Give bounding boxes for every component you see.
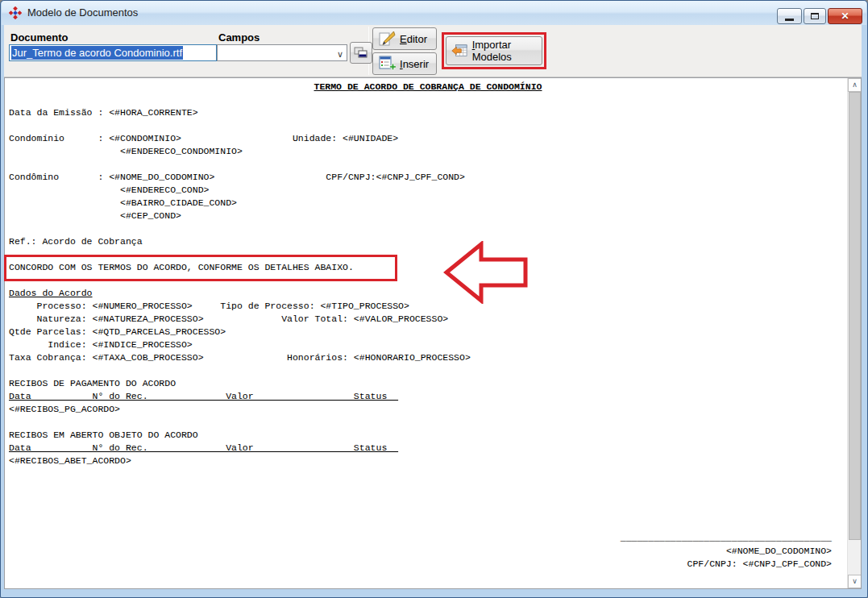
doc-line: RECIBOS EM ABERTO OBJETO DO ACORDO [9,429,847,442]
importar-annotation-box: Importar Modelos [442,32,546,69]
doc-line: Dados do Acordo [9,287,847,300]
editor-button-label: Editor [400,33,427,45]
app-window: Modelo de Documentos ✕ Documento Jur_Ter… [0,0,868,598]
doc-line [9,119,847,132]
scroll-up-button[interactable]: ∧ [848,78,862,92]
doc-line [9,467,847,480]
doc-line: Qtde Parcelas: <#QTD_PARCELAS_PROCESSO> [9,326,847,338]
minimize-icon [785,19,794,21]
doc-line [9,364,847,377]
importar-button-label: Importar Modelos [472,39,537,63]
window-title: Modelo de Documentos [27,6,138,19]
inserir-button[interactable]: Inserir [372,52,437,75]
fields-button[interactable] [350,42,372,64]
documento-label: Documento [10,31,69,44]
doc-line: Natureza: <#NATUREZA_PROCESSO> Valor Tot… [9,313,847,326]
doc-line [9,93,847,106]
document-text: TERMO DE ACORDO DE COBRANÇA DE CONDOMÍNI… [5,78,847,588]
doc-line [9,519,847,532]
import-table-icon [451,42,468,60]
doc-line: CONCORDO COM OS TERMOS DO ACORDO, CONFOR… [9,261,847,274]
documento-input-value: Jur_Termo de acordo Condominio.rtf [11,46,183,60]
campos-label: Campos [218,31,260,44]
doc-line [9,274,847,287]
doc-line [9,222,847,235]
chevron-down-icon: ∨ [852,578,858,585]
close-icon: ✕ [841,11,849,21]
doc-line: Taxa Cobrança: <#TAXA_COB_PROCESSO> Hono… [9,351,847,364]
importar-modelos-button[interactable]: Importar Modelos [446,36,542,65]
doc-line: <#CEP_COND> [9,210,847,222]
doc-line: <#ENDERECO_COND> [9,184,847,197]
doc-line: <#ENDERECO_CONDOMINIO> [9,145,847,158]
doc-line: Data N° do Rec. Valor Status [9,390,847,403]
doc-line: TERMO DE ACORDO DE COBRANÇA DE CONDOMÍNI… [9,81,847,93]
app-icon [9,6,22,19]
doc-line: Data da Emissão : <#HORA_CORRENTE> [9,106,847,119]
doc-line: <#BAIRRO_CIDADE_COND> [9,197,847,210]
toolbar: Documento Jur_Termo de acordo Condominio… [4,25,862,77]
documento-input[interactable]: Jur_Termo de acordo Condominio.rtf [9,44,217,61]
maximize-icon [811,13,819,19]
document-area[interactable]: TERMO DE ACORDO DE COBRANÇA DE CONDOMÍNI… [4,77,862,589]
doc-line [9,158,847,171]
editor-button[interactable]: Editor [372,27,437,50]
doc-line: ______________________________________ [9,532,847,545]
doc-line [9,506,847,519]
doc-line [9,480,847,493]
doc-line [9,416,847,429]
doc-line: Condomínio : <#CONDOMINIO> Unidade: <#UN… [9,132,847,145]
chevron-down-icon: ∨ [337,47,343,62]
title-bar[interactable]: Modelo de Documentos ✕ [2,1,866,25]
doc-line [9,493,847,506]
insert-list-icon [378,55,396,73]
doc-line: Ref.: Acordo de Cobrança [9,235,847,248]
doc-line: CPF/CNPJ: <#CNPJ_CPF_COND> [9,558,847,571]
doc-line: <#RECIBOS_ABET_ACORDO> [9,455,847,467]
close-button[interactable]: ✕ [828,8,862,24]
doc-line: Indice: <#INDICE_PROCESSO> [9,338,847,351]
chevron-up-icon: ∧ [852,81,858,89]
campos-select[interactable]: ∨ [217,44,347,61]
maximize-button[interactable] [804,8,826,24]
overlapping-windows-icon [354,47,368,59]
doc-line: <#RECIBOS_PG_ACORDO> [9,403,847,416]
doc-line: Processo: <#NUMERO_PROCESSO> Tipo de Pro… [9,300,847,313]
pen-icon [378,30,396,48]
scroll-thumb[interactable] [849,92,861,540]
minimize-button[interactable] [777,8,802,24]
inserir-button-label: Inserir [400,58,429,70]
vertical-scrollbar[interactable]: ∧ ∨ [847,78,861,588]
doc-line: <#NOME_DO_CODOMINO> [9,545,847,558]
doc-line: RECIBOS DE PAGAMENTO DO ACORDO [9,377,847,390]
scroll-down-button[interactable]: ∨ [848,575,862,588]
doc-line [9,248,847,261]
doc-line: Condômino : <#NOME_DO_CODOMINO> CPF/CNPJ… [9,171,847,184]
doc-line: Data N° do Rec. Valor Status [9,442,847,455]
